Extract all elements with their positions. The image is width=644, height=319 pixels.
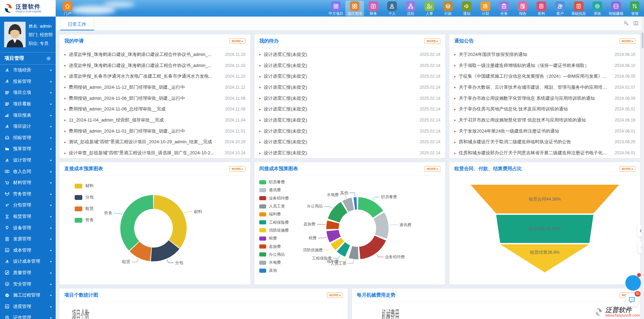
list-item[interactable]: 关于召开市政公用设施智慧化管理 信息技术与应用培训班的通知2024.06.19 (454, 115, 635, 126)
list-item[interactable]: 费用报销_admin_2024-11-06_总经理审批__完成2024.11.0… (64, 104, 245, 115)
nav-item-13[interactable]: 基础信息 (569, 1, 588, 16)
sidebar-item-11[interactable]: 劳务管理 (0, 188, 56, 200)
nav-item-7[interactable]: 通知 (457, 1, 476, 16)
list-item[interactable]: 关于发放2024年第24批一级建造师注册证书的通知2024.06.01 (454, 126, 635, 137)
list-item[interactable]: 11_2024-11-04_admin_经营部_领导审批__完成2024.11.… (64, 115, 245, 126)
sidebar-item-9[interactable]: 收入合同 (0, 166, 56, 177)
more-button[interactable]: MORE (230, 166, 245, 172)
legend-item[interactable]: 租赁 (75, 203, 94, 214)
nav-item-6[interactable]: 行政 (439, 1, 457, 16)
legend-item[interactable]: 劳务 (75, 214, 94, 226)
legend-item[interactable]: 通讯费 (259, 186, 289, 194)
legend-item[interactable]: 分包 (75, 192, 94, 203)
legend-item[interactable]: 水电费 (259, 259, 289, 267)
settings-gear-icon[interactable] (46, 56, 51, 61)
list-item[interactable]: 费用报销_admin_2024-11-06_部门经理审批_胡建,_运行中2024… (64, 93, 245, 104)
nav-item-3[interactable]: 个人 (383, 1, 401, 16)
nav-item-12[interactable]: 客户 (551, 1, 569, 16)
more-button[interactable]: MORE (424, 166, 440, 172)
more-button[interactable]: MORE (327, 292, 343, 298)
sidebar-item-1[interactable]: A投标管理 (0, 76, 56, 87)
sidebar-item-13[interactable]: 租赁管理 (0, 211, 56, 222)
list-item[interactable]: 关于举办市政公用设施数字化管理信息 系统建设与应用培训班的通知2024.06.0… (454, 93, 635, 104)
list-item[interactable]: 关于2024年国庆节放假安排的通知2024.06.15 (454, 49, 635, 60)
nav-item-15[interactable]: 智能建模 (607, 1, 625, 16)
list-item[interactable]: 设计进度汇报(未提交)2025.02.14 (259, 137, 440, 148)
legend-item[interactable]: 福利费 (259, 210, 289, 218)
legend-item[interactable]: 职员餐费 (259, 178, 289, 186)
list-item[interactable]: 测试_彭祖新城"四馆"景观工程设计项目_2024-10-29_admin_结束_… (64, 137, 245, 148)
list-item[interactable]: 设计进度汇报(未提交)2025.02.14 (259, 126, 440, 137)
portal-button[interactable]: 门户 (58, 1, 77, 16)
list-item[interactable]: 设计进度汇报(未提交)2025.02.14 (259, 60, 440, 71)
sidebar-item-15[interactable]: 发票管理 (0, 233, 56, 245)
list-item[interactable]: 设计进度汇报(未提交)2025.02.14 (259, 104, 440, 115)
sidebar-item-17[interactable]: A设计成本管理 (0, 256, 56, 267)
list-item[interactable]: 房和城乡建设厅关于取消二级建造师临时执业证书的公告2023.08.29 (454, 137, 635, 148)
legend-item[interactable]: 消防设施费 (259, 226, 289, 234)
nav-item-2[interactable]: 财务 (364, 1, 383, 16)
sidebar-item-8[interactable]: A设计管理 (0, 155, 56, 166)
list-item[interactable]: 关于领取一级注册建造师增项贴的通知（须持一建证书前来领取）2024.06.10 (454, 60, 635, 71)
tab-daily-work[interactable]: 日常工作 (60, 18, 94, 30)
legend-item[interactable]: 办公用品 (259, 251, 289, 259)
sidebar-item-22[interactable]: 证件管理 (0, 312, 56, 319)
key-icon[interactable] (624, 21, 629, 26)
more-button[interactable]: MORE (619, 166, 635, 172)
more-button[interactable]: MORE (424, 38, 440, 44)
more-button[interactable]: MORE (619, 38, 635, 44)
list-item[interactable]: 进度款申报_珠海鹤港口建设_珠海鹤港口建设工程合作协议书_admin_...20… (64, 49, 245, 60)
list-item[interactable]: 关于举办大数据、云计算技术在城市建设、规划、管理与服务中的应用培训班...202… (454, 82, 635, 93)
sidebar-item-0[interactable]: A市场经营 (0, 65, 56, 76)
sidebar-item-4[interactable]: 项目报表 (0, 109, 56, 121)
sidebar-item-2[interactable]: 项目立项 (0, 87, 56, 98)
nav-item-4[interactable]: 流程 (401, 1, 420, 16)
list-item[interactable]: 设计进度汇报(未提交)2025.02.14 (259, 71, 440, 82)
sidebar-item-19[interactable]: 安全管理 (0, 278, 56, 290)
list-item[interactable]: 费用报销_admin_2024-11-12_部门经理审批_胡建,_运行中2024… (64, 82, 245, 93)
sidebar-item-18[interactable]: 质量管理 (0, 267, 56, 279)
sidebar-item-14[interactable]: 设备管理 (0, 222, 56, 233)
list-item[interactable]: 设计进度汇报(未提交)2025.02.14 (259, 93, 440, 104)
avatar[interactable] (4, 22, 26, 47)
list-item[interactable]: 关于举办住房与房地产信息化 技术及应用培训班的通知2024.06.01 (454, 104, 635, 115)
sidebar-item-5[interactable]: A项目设计 (0, 121, 56, 132)
list-item[interactable]: 住房和城乡建设部办公厅关于同意吉林省开展二级建造师注册证书电子化试点...202… (454, 147, 635, 158)
sidebar-item-21[interactable]: 进度管理 (0, 301, 56, 312)
list-item[interactable]: 设计审查_彭祖新城"四馆"景观工程设计项目_请选择_胡广生_2024-10-2.… (64, 147, 245, 158)
list-item[interactable]: 进度款申报_长春市伊通河水力发电厂改建工程_长春市伊通河水力发电...2024.… (64, 71, 245, 82)
list-item[interactable]: 设计进度汇报(未提交)2025.02.14 (259, 147, 440, 158)
list-item[interactable]: 设计进度汇报(未提交)2025.02.14 (259, 82, 440, 93)
nav-item-0[interactable]: 甲方项目 (327, 1, 345, 16)
sidebar-item-20[interactable]: 施工过程管理 (0, 290, 56, 301)
funnel-chart[interactable]: 租赁合同44.36%租赁付款29.04%租赁结算26.6% (449, 176, 640, 284)
sidebar-item-16[interactable]: 成本管理 (0, 245, 56, 256)
nav-item-16[interactable]: 管理 (625, 1, 644, 16)
project-count-line-chart[interactable]: 项目个数 7 7 7 (59, 302, 348, 319)
legend-item[interactable]: 工程保险费 (259, 218, 289, 226)
list-item[interactable]: 进度款申报_珠海鹤港口建设_珠海鹤港口建设工程合作协议书_admin_...20… (64, 60, 245, 71)
nav-item-9[interactable]: 任务 (495, 1, 513, 16)
float-notification-button[interactable] (625, 275, 641, 291)
nav-item-5[interactable]: 人事 (420, 1, 439, 16)
legend-item[interactable]: 材料 (75, 180, 94, 192)
legend-item[interactable]: 税费 (259, 234, 289, 242)
sidebar-item-6[interactable]: 招标管理 (0, 132, 56, 144)
sidebar-item-10[interactable]: 材料管理 (0, 177, 56, 188)
list-item[interactable]: 设计进度汇报(未提交)2025.02.14 (259, 115, 440, 126)
legend-item[interactable]: 人员工资 (259, 202, 289, 210)
legend-item[interactable]: 差旅费 (259, 242, 289, 250)
sidebar-item-12[interactable]: x²分包管理 (0, 200, 56, 211)
more-button[interactable]: MORE (230, 38, 245, 44)
nav-item-1[interactable]: 项目管理 (345, 1, 364, 16)
nav-item-14[interactable]: 系统 (588, 1, 607, 16)
scrollbar[interactable] (641, 17, 644, 319)
list-item[interactable]: 费用报销_admin_2024-11-01_部门经理审批_胡建,_运行中2024… (64, 126, 245, 137)
list-item[interactable]: 设计进度汇报(未提交)2025.02.14 (259, 49, 440, 60)
legend-item[interactable]: 其他 (259, 267, 289, 274)
sidebar-item-3[interactable]: 项目看板 (0, 98, 56, 110)
nav-item-8[interactable]: 计划 (476, 1, 495, 16)
scrollbar-thumb[interactable] (642, 32, 644, 48)
list-item[interactable]: 于征集《中国建筑施工行业信息化发展报告（2024）—BIM应用与发展》材料...… (454, 71, 635, 82)
nav-item-10[interactable]: 报告 (513, 1, 532, 16)
